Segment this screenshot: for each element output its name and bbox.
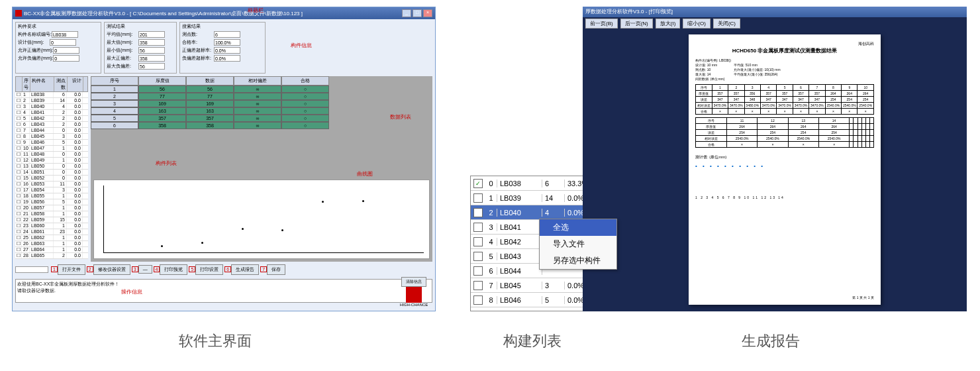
toolbar-button[interactable]: 打印设置 — [195, 264, 223, 275]
list-row[interactable]: ☐3LB04040.0 — [15, 104, 88, 110]
maximize-button[interactable]: □ — [413, 9, 422, 17]
data-row[interactable]: 27777∞○ — [91, 93, 329, 100]
list-row[interactable]: ☐16LB053110.0 — [15, 182, 88, 187]
list-row[interactable]: ☐7LB04400.0 — [15, 128, 88, 134]
list-row[interactable]: ☐24LB061230.0 — [15, 229, 88, 235]
field-input[interactable] — [214, 55, 240, 62]
list-row[interactable]: ☐28LB06520.0 — [15, 253, 88, 259]
field-input[interactable] — [52, 31, 78, 38]
list-row[interactable]: ☐18LB05510.0 — [15, 193, 88, 199]
caption-report: 生成报告 — [742, 331, 800, 351]
fieldset-search: 搜索结果 测点数:合格率:正偏差超标率:负偏差超标率: — [179, 22, 266, 74]
checkbox[interactable] — [473, 208, 483, 217]
checkbox[interactable] — [473, 252, 483, 261]
input-misc[interactable] — [15, 266, 48, 273]
toolbar-button[interactable]: 修改仪器设置 — [93, 264, 130, 275]
list-row[interactable]: ☐8LB04530.0 — [15, 134, 88, 140]
checkbox[interactable] — [473, 223, 483, 232]
caption-main: 软件主界面 — [179, 331, 252, 351]
checkbox[interactable] — [473, 193, 483, 203]
list-row[interactable]: ☐21LB05810.0 — [15, 211, 88, 217]
list-row[interactable]: ☐23LB06010.0 — [15, 223, 88, 229]
field-input[interactable] — [50, 39, 76, 46]
print-preview-window: 厚数据处理分析软件V3.0 - [打印预览] 前一页(B)后一页(N)放大(I)… — [583, 7, 967, 311]
checkbox[interactable]: ✓ — [473, 179, 483, 188]
data-table[interactable]: 序号厚度值数据相对偏差合格 15656∞○27777∞○3169169∞○416… — [91, 76, 329, 129]
context-menu: 全选导入文件另存选中构件 — [539, 219, 617, 270]
report-paper: 海创高科 HCHD650 非金属板厚度测试仪测量数据结果 构件名(编号类): L… — [689, 34, 881, 305]
toolbar-button[interactable]: — — [138, 265, 152, 274]
toolbar-button[interactable]: 打开文件 — [58, 264, 85, 275]
field-input[interactable] — [214, 39, 240, 46]
field-input[interactable] — [214, 31, 240, 38]
preview-toolbar-button[interactable]: 关闭(C) — [713, 19, 740, 28]
list-row[interactable]: ☐12LB04910.0 — [15, 158, 88, 164]
logo-icon — [406, 287, 422, 303]
bottom-toolbar: 1打开文件 2修改仪器设置 3— 4打印预览 5打印设置 6生成报告 7保存 — [13, 262, 435, 278]
chart-point — [242, 228, 244, 230]
caption-list: 构建列表 — [503, 331, 562, 351]
list-row[interactable]: ☐9LB04650.0 — [15, 140, 88, 146]
preview-titlebar: 厚数据处理分析软件V3.0 - [打印预览] — [583, 7, 967, 17]
list-row[interactable]: ☐5LB04220.0 — [15, 116, 88, 122]
list-row[interactable]: ☐17LB05430.0 — [15, 187, 88, 193]
list-row[interactable]: ☐6LB04320.0 — [15, 122, 88, 128]
field-input[interactable] — [53, 47, 79, 54]
close-button[interactable]: × — [423, 9, 432, 17]
checkbox[interactable] — [473, 266, 483, 276]
list-row[interactable]: ☐20LB05710.0 — [15, 205, 88, 211]
data-row[interactable]: 4163163∞○ — [91, 107, 329, 115]
chart-point — [322, 201, 324, 203]
list-row[interactable]: ☐26LB06310.0 — [15, 241, 88, 247]
field-input[interactable] — [138, 31, 165, 38]
annot-titlebar: 标题栏 — [248, 7, 264, 14]
preview-toolbar-button[interactable]: 缩小(O) — [683, 19, 710, 28]
checkbox[interactable] — [473, 281, 483, 290]
list-row[interactable]: ☐4LB04120.0 — [15, 110, 88, 116]
field-input[interactable] — [138, 55, 165, 62]
data-row[interactable]: 15656∞○ — [91, 85, 329, 93]
list-row[interactable]: ☐2LB039140.0 — [15, 98, 88, 104]
main-window: BC-XX非金属板测厚数据处理分析软件V3.0 - [ C:\Documents… — [12, 7, 436, 311]
chart-point — [161, 245, 163, 247]
field-input[interactable] — [138, 47, 165, 54]
context-menu-item[interactable]: 导入文件 — [540, 236, 616, 252]
clear-button[interactable]: 清除信息 — [401, 277, 426, 287]
data-area: 序号厚度值数据相对偏差合格 15656∞○27777∞○3169169∞○416… — [91, 76, 432, 262]
field-input[interactable] — [53, 55, 79, 62]
field-input[interactable] — [214, 47, 240, 54]
list-row[interactable]: ☐10LB04710.0 — [15, 146, 88, 152]
list-row[interactable]: ☐22LB059150.0 — [15, 217, 88, 223]
list-row[interactable]: ☐14LB05100.0 — [15, 170, 88, 176]
component-list[interactable]: 序号构件名测点数设计 ☐1LB03860.0☐2LB039140.0☐3LB04… — [15, 76, 88, 262]
list-row[interactable]: ☐19LB05650.0 — [15, 199, 88, 205]
toolbar-button[interactable]: 保存 — [267, 264, 285, 275]
preview-toolbar-button[interactable]: 后一页(N) — [620, 19, 653, 28]
checkbox[interactable] — [473, 295, 483, 305]
data-row[interactable]: 6358358∞○ — [91, 122, 329, 129]
list-row[interactable]: ☐25LB06210.0 — [15, 235, 88, 241]
toolbar-button[interactable]: 生成报告 — [231, 264, 259, 275]
context-menu-item[interactable]: 全选 — [540, 219, 616, 236]
field-input[interactable] — [138, 63, 165, 70]
checkbox[interactable] — [473, 237, 483, 246]
list-row[interactable]: ☐15LB05200.0 — [15, 176, 88, 182]
report-table-1: 序号12345678910厚度值357357356357357357357264… — [695, 84, 874, 115]
list-row[interactable]: ☐11LB04800.0 — [15, 152, 88, 158]
toolbar-button[interactable]: 打印预览 — [160, 264, 187, 275]
chart-box — [93, 180, 430, 259]
list-row[interactable]: ☐1LB03860.0 — [15, 92, 88, 98]
list-row[interactable]: ☐13LB05000.0 — [15, 164, 88, 170]
data-row[interactable]: 3169169∞○ — [91, 100, 329, 107]
fieldset-measure: 测试结果 平均值(mm):最大值(mm):最小值(mm):最大正偏差:最大负偏差… — [104, 22, 177, 74]
context-menu-item[interactable]: 另存选中构件 — [540, 252, 616, 269]
field-input[interactable] — [138, 39, 165, 46]
preview-toolbar-button[interactable]: 放大(I) — [656, 19, 681, 28]
list-row[interactable]: ☐27LB06410.0 — [15, 247, 88, 253]
logo-block: 清除信息 HIGH-CHANCE — [399, 277, 428, 307]
data-row[interactable]: 5357357∞○ — [91, 115, 329, 122]
minimize-button[interactable]: _ — [402, 9, 411, 17]
info-panel: 构件要求 构件名称或编号:设计值(mm):允许正偏差(mm):允许负偏差(mm)… — [13, 19, 435, 76]
preview-toolbar-button[interactable]: 前一页(B) — [585, 19, 618, 28]
chart-point — [201, 242, 203, 244]
